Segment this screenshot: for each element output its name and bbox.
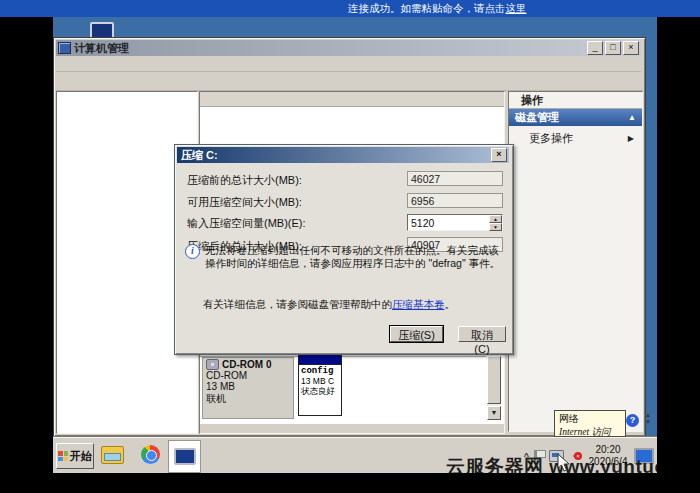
file-explorer-icon[interactable] xyxy=(101,446,124,464)
volume-info: 13 MB C xyxy=(299,376,341,386)
volume-list-header xyxy=(200,92,504,107)
spinner-up-icon[interactable]: ▲ xyxy=(489,215,502,223)
field-row: 输入压缩空间量(MB)(E): ▲ ▼ xyxy=(187,214,507,230)
disk-graphic-band: CD-ROM 0 CD-ROM 13 MB 联机 config 13 MB C … xyxy=(200,356,486,419)
window-icon xyxy=(58,42,71,54)
submenu-arrow-icon: ▶ xyxy=(628,134,634,143)
info-icon: i xyxy=(185,244,200,259)
more-actions-item[interactable]: 更多操作 ▶ xyxy=(509,131,642,146)
help-suffix: 。 xyxy=(445,298,456,310)
dialog-close-button[interactable]: × xyxy=(491,148,507,162)
disk-management-actions-bar[interactable]: 磁盘管理 ▲ xyxy=(509,109,642,126)
more-actions-label: 更多操作 xyxy=(529,131,573,146)
screen: { "remote_bar": {"message": "连接成功。如需粘贴命令… xyxy=(0,0,700,493)
device-name: CD-ROM 0 xyxy=(222,359,271,370)
start-label: 开始 xyxy=(70,449,92,464)
device-type: CD-ROM xyxy=(206,370,290,381)
amount-spinner: ▲ ▼ xyxy=(489,215,502,230)
windows-flag-icon xyxy=(58,451,68,461)
total-size-before-value: 46027 xyxy=(407,171,503,186)
maximize-button[interactable]: □ xyxy=(605,41,621,55)
actions-header: 操作 xyxy=(509,92,642,109)
minimize-button[interactable]: _ xyxy=(587,41,603,55)
remote-message: 连接成功。如需粘贴命令，请点击 xyxy=(348,2,506,14)
device-status: 联机 xyxy=(206,392,290,406)
tooltip-title: 网络 xyxy=(559,412,621,426)
spinner-down-icon[interactable]: ▼ xyxy=(489,223,502,231)
primary-partition-bar xyxy=(299,355,341,365)
dialog-titlebar[interactable]: 压缩 C: × xyxy=(177,147,509,163)
site-watermark: 云服务器网 www.yuntue.com xyxy=(446,454,700,480)
scroll-down-button[interactable]: ▼ xyxy=(487,406,501,420)
cdrom-icon xyxy=(206,359,219,370)
field-label: 可用压缩空间大小(MB): xyxy=(187,195,302,210)
remote-connection-bar: 连接成功。如需粘贴命令，请点击这里 xyxy=(0,0,700,17)
shrink-button[interactable]: 压缩(S) xyxy=(390,326,443,342)
mouse-cursor xyxy=(557,453,570,472)
field-label: 压缩前的总计大小(MB): xyxy=(187,173,302,188)
paste-command-link[interactable]: 这里 xyxy=(506,2,527,14)
shrink-basic-volume-link[interactable]: 压缩基本卷 xyxy=(392,298,445,310)
tooltip-subtitle: Internet 访问 xyxy=(559,426,621,439)
volume-status: 状态良好 xyxy=(299,386,341,398)
computer-management-taskbar-button[interactable] xyxy=(168,440,201,473)
network-tooltip: 网络 Internet 访问 xyxy=(554,410,626,437)
shrink-volume-dialog: 压缩 C: × 压缩前的总计大小(MB): 46027 可用压缩空间大小(MB)… xyxy=(174,144,514,355)
dialog-title: 压缩 C: xyxy=(181,148,218,163)
scrollbar-thumb[interactable] xyxy=(487,356,501,404)
chrome-icon[interactable] xyxy=(141,445,160,464)
vertical-scrollbar[interactable]: ▼ xyxy=(487,356,501,420)
mini-scroll-arrows-icon[interactable]: ▲▼ xyxy=(644,412,652,426)
info-text: 无法将卷压缩到超出任何不可移动的文件所在的点。有关完成该操作时间的详细信息，请参… xyxy=(205,244,501,270)
actions-panel-title: 磁盘管理 xyxy=(515,110,559,125)
dialog-info-note: i 无法将卷压缩到超出任何不可移动的文件所在的点。有关完成该操作时间的详细信息，… xyxy=(185,244,501,270)
actions-pane: 操作 磁盘管理 ▲ 更多操作 ▶ xyxy=(508,91,643,432)
help-prefix: 有关详细信息，请参阅磁盘管理帮助中的 xyxy=(203,298,392,310)
toolbar xyxy=(56,72,643,91)
cancel-button[interactable]: 取消(C) xyxy=(458,326,506,342)
menu-bar xyxy=(56,56,641,72)
help-icon[interactable]: ? xyxy=(626,414,639,427)
window-titlebar[interactable]: 计算机管理 _ □ × xyxy=(56,40,641,56)
available-shrink-space-value: 6956 xyxy=(407,193,503,208)
partition-legend xyxy=(200,424,505,434)
computer-icon xyxy=(174,448,196,465)
cdrom-device-box[interactable]: CD-ROM 0 CD-ROM 13 MB 联机 xyxy=(202,357,294,419)
device-size: 13 MB xyxy=(206,381,290,392)
volume-label: config xyxy=(299,365,341,376)
close-button[interactable]: × xyxy=(623,41,639,55)
dialog-help-line: 有关详细信息，请参阅磁盘管理帮助中的压缩基本卷。 xyxy=(203,298,455,312)
window-title: 计算机管理 xyxy=(74,41,129,56)
start-button[interactable]: 开始 xyxy=(56,443,94,469)
config-volume-box[interactable]: config 13 MB C 状态良好 xyxy=(298,354,342,416)
field-label: 输入压缩空间量(MB)(E): xyxy=(187,216,306,231)
field-row: 压缩前的总计大小(MB): 46027 xyxy=(187,171,507,187)
field-row: 可用压缩空间大小(MB): 6956 xyxy=(187,193,507,209)
collapse-icon[interactable]: ▲ xyxy=(628,113,636,122)
